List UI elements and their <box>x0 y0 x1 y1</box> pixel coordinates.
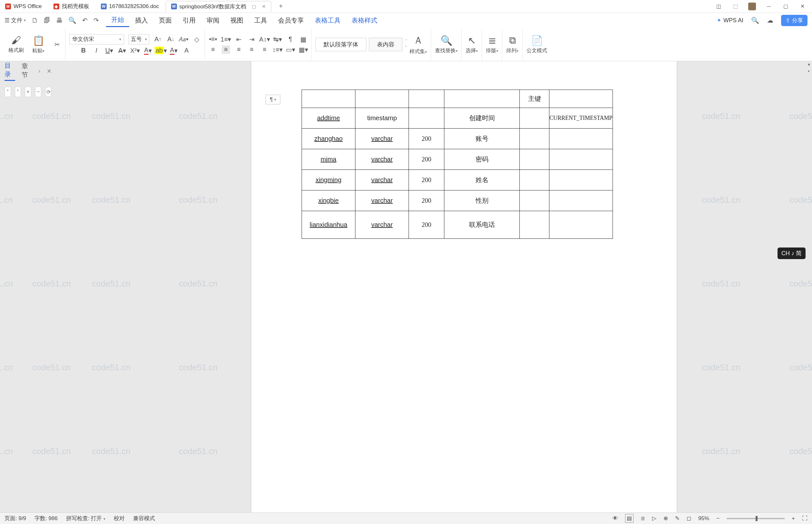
official-mode-button[interactable]: 📄公文模式 <box>527 35 547 54</box>
file-menu-button[interactable]: ☰ 文件 ▾ <box>4 16 26 24</box>
change-case-icon[interactable]: 𝘈𝘢▾ <box>180 35 188 44</box>
asian-layout-icon[interactable]: ↹▾ <box>273 35 282 44</box>
status-focus-icon[interactable]: ◻ <box>687 515 691 522</box>
table-cell[interactable]: addtime <box>302 108 355 129</box>
style-set-button[interactable]: Ａ样式集▾ <box>410 34 427 55</box>
style-down-icon[interactable]: ˅ <box>405 46 407 50</box>
table-cell[interactable]: varchar <box>355 211 409 239</box>
increase-indent-icon[interactable]: ⇥ <box>247 35 256 44</box>
open-icon[interactable]: 🗐 <box>44 17 50 24</box>
status-compat[interactable]: 兼容模式 <box>133 515 155 522</box>
nav-tab-toc[interactable]: 目录 <box>4 61 15 81</box>
table-cell[interactable]: 账号 <box>444 129 520 149</box>
number-list-icon[interactable]: 1≡▾ <box>222 35 230 44</box>
zoom-in-icon[interactable]: + <box>792 515 795 522</box>
table-cell[interactable] <box>520 129 549 149</box>
superscript-icon[interactable]: X²▾ <box>131 46 139 55</box>
cut-icon[interactable]: ✂ <box>53 40 61 49</box>
status-view-outline-icon[interactable]: ≣ <box>641 515 645 522</box>
tab-add-button[interactable]: + <box>276 1 286 12</box>
table-cell[interactable]: varchar <box>355 170 409 191</box>
print-icon[interactable]: 🖶 <box>56 17 63 24</box>
style-up-icon[interactable]: ˄ <box>405 39 407 44</box>
nav-tab-chapter[interactable]: 章节 <box>21 62 32 81</box>
close-icon[interactable]: ✕ <box>798 3 806 10</box>
decrease-indent-icon[interactable]: ⇤ <box>235 35 243 44</box>
scroll-up-icon[interactable]: ▴ <box>808 61 810 66</box>
fullscreen-icon[interactable]: ⛶ <box>802 515 808 522</box>
highlight-icon[interactable]: ab▾ <box>156 46 165 55</box>
table-cell[interactable] <box>302 90 355 108</box>
table-cell[interactable]: 密码 <box>444 149 520 170</box>
menu-start[interactable]: 开始 <box>106 14 129 27</box>
status-proof[interactable]: 校对 <box>114 515 125 522</box>
nav-collapse-icon[interactable]: ˅ <box>4 87 11 97</box>
tab-templates[interactable]: ◆ 找稻壳模板 <box>48 1 95 12</box>
status-wordcount[interactable]: 字数: 986 <box>34 515 58 522</box>
cube-icon[interactable]: ⬚ <box>731 3 739 10</box>
table-cell[interactable]: timestamp <box>355 108 409 129</box>
tab-wps-office[interactable]: W WPS Office <box>0 1 47 12</box>
table-cell[interactable]: xingming <box>302 170 355 191</box>
table-cell[interactable] <box>549 211 613 239</box>
table-cell[interactable]: lianxidianhua <box>302 211 355 239</box>
table-cell[interactable] <box>549 191 613 211</box>
border-icon[interactable]: ▦▾ <box>299 46 308 54</box>
table-cell[interactable] <box>520 191 549 211</box>
bullet-list-icon[interactable]: ⦁≡▾ <box>209 35 217 44</box>
menu-table-style[interactable]: 表格样式 <box>346 14 382 27</box>
table-cell[interactable] <box>444 90 520 108</box>
menu-reference[interactable]: 引用 <box>178 14 201 27</box>
menu-review[interactable]: 审阅 <box>201 14 225 27</box>
status-view-page-icon[interactable]: ▤ <box>625 514 633 523</box>
align-left-icon[interactable]: ≡ <box>209 46 217 54</box>
table-cell[interactable]: varchar <box>355 129 409 149</box>
status-pen-icon[interactable]: ✎ <box>675 515 680 522</box>
table-cell[interactable] <box>520 211 549 239</box>
status-zoom-value[interactable]: 95% <box>698 515 709 522</box>
status-view-read-icon[interactable]: ▷ <box>652 515 656 522</box>
status-page[interactable]: 页面: 9/9 <box>4 515 26 522</box>
menu-insert[interactable]: 插入 <box>130 14 153 27</box>
line-spacing-icon[interactable]: ↕≡▾ <box>273 46 282 54</box>
table-cell[interactable]: zhanghao <box>302 129 355 149</box>
cascade-icon[interactable]: ◫ <box>715 3 723 10</box>
zoom-out-icon[interactable]: − <box>716 515 719 522</box>
justify-icon[interactable]: ≡ <box>247 46 256 54</box>
table-cell[interactable] <box>549 170 613 191</box>
decrease-font-icon[interactable]: A↓ <box>167 35 175 44</box>
nav-forward-icon[interactable]: › <box>38 68 40 75</box>
distribute-icon[interactable]: ≡ <box>260 46 269 54</box>
user-avatar[interactable] <box>748 3 756 10</box>
table-cell[interactable]: 200 <box>409 170 444 191</box>
table-cell[interactable] <box>355 90 409 108</box>
undo-icon[interactable]: ↶ <box>82 16 88 24</box>
strike-icon[interactable]: A̶▾ <box>118 46 126 55</box>
table-cell[interactable]: 联系电话 <box>444 211 520 239</box>
table-cell[interactable]: varchar <box>355 149 409 170</box>
table-cell[interactable] <box>520 108 549 129</box>
paragraph-options-icon[interactable]: ¶ ▾ <box>266 95 280 104</box>
table-cell[interactable]: 200 <box>409 191 444 211</box>
arrange-button[interactable]: ⧉排列▾ <box>506 35 518 54</box>
clear-format-icon[interactable]: ◇ <box>192 35 201 44</box>
align-center-icon[interactable]: ≡ <box>222 46 230 54</box>
tab-close-icon[interactable]: ✕ <box>262 4 266 9</box>
menu-table-tools[interactable]: 表格工具 <box>310 14 346 27</box>
maximize-icon[interactable]: ▢ <box>782 3 790 10</box>
tab-screen-icon[interactable]: ▢ <box>252 4 256 9</box>
redo-icon[interactable]: ↷ <box>94 16 99 24</box>
menu-view[interactable]: 视图 <box>225 14 248 27</box>
italic-icon[interactable]: I <box>92 46 101 55</box>
text-direction-icon[interactable]: A↕▾ <box>260 35 269 44</box>
table-cell[interactable]: mima <box>302 149 355 170</box>
table-cell[interactable]: varchar <box>355 191 409 211</box>
font-size-select[interactable]: 五号▾ <box>129 34 149 45</box>
table-cell[interactable]: 200 <box>409 129 444 149</box>
zoom-slider[interactable] <box>727 518 784 519</box>
table-cell[interactable]: 性别 <box>444 191 520 211</box>
cloud-icon[interactable]: ☁ <box>767 16 773 24</box>
nav-expand-icon[interactable]: ˄ <box>15 87 21 97</box>
ime-indicator[interactable]: CH ♪ 简 <box>778 247 806 259</box>
table-cell[interactable] <box>520 170 549 191</box>
